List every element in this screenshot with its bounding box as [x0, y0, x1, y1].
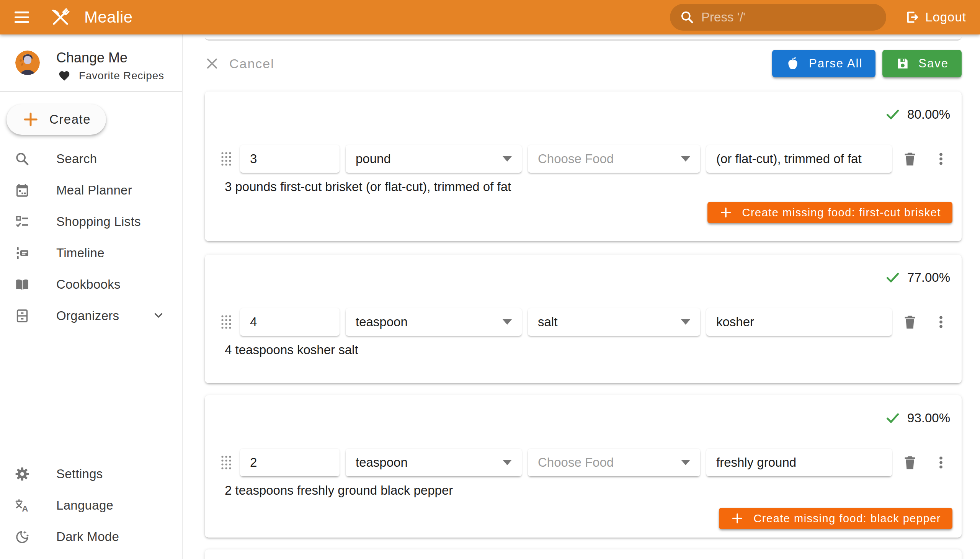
- quantity-field[interactable]: [240, 308, 340, 336]
- sidebar-item-label: Organizers: [56, 309, 119, 323]
- create-missing-food-button[interactable]: Create missing food: black pepper: [719, 508, 952, 529]
- sidebar: Change Me Favorite Recipes Create Search: [0, 35, 183, 559]
- confidence-indicator: 93.00%: [884, 410, 950, 427]
- avatar[interactable]: [15, 51, 40, 75]
- food-value: salt: [538, 315, 557, 329]
- hamburger-menu-icon[interactable]: [15, 7, 36, 28]
- dropdown-arrow-icon: [681, 319, 690, 325]
- quantity-field[interactable]: [240, 449, 340, 476]
- create-missing-food-label: Create missing food: first-cut brisket: [742, 207, 941, 219]
- kebab-icon: [933, 151, 949, 167]
- calendar-icon: [14, 182, 30, 198]
- delete-button[interactable]: [901, 454, 919, 471]
- note-input[interactable]: [716, 315, 882, 329]
- book-icon: [14, 276, 30, 293]
- unit-select[interactable]: pound: [346, 145, 522, 173]
- cancel-label: Cancel: [229, 56, 274, 71]
- confidence-indicator: 80.00%: [884, 106, 950, 123]
- favorite-recipes-link[interactable]: Favorite Recipes: [58, 70, 164, 82]
- quantity-input[interactable]: [250, 455, 330, 470]
- translate-icon: A: [14, 497, 30, 513]
- gear-icon: [14, 466, 30, 482]
- note-field[interactable]: [706, 145, 892, 173]
- parse-all-button[interactable]: Parse All: [772, 50, 876, 77]
- close-icon: [205, 56, 219, 71]
- kebab-icon: [933, 314, 949, 330]
- dropdown-arrow-icon: [502, 319, 512, 325]
- checklist-icon: [14, 213, 30, 230]
- scrolled-card-edge: [205, 35, 962, 41]
- sidebar-item-label: Timeline: [56, 246, 104, 260]
- ingredient-card: 93.00% teaspoon Choose Food: [205, 395, 962, 538]
- quantity-input[interactable]: [250, 152, 330, 166]
- delete-button[interactable]: [901, 150, 919, 168]
- chevron-down-icon[interactable]: [152, 309, 165, 323]
- svg-text:A: A: [22, 504, 28, 513]
- search-bar[interactable]: [670, 4, 886, 31]
- sidebar-menu: Search Meal Planner: [0, 143, 182, 332]
- sidebar-item-label: Dark Mode: [56, 529, 119, 544]
- sidebar-item-cookbooks[interactable]: Cookbooks: [0, 269, 182, 300]
- favorite-recipes-label: Favorite Recipes: [79, 70, 164, 82]
- ingredient-fields-row: teaspoon salt: [218, 308, 952, 336]
- more-options-button[interactable]: [933, 151, 949, 167]
- sidebar-item-timeline[interactable]: Timeline: [0, 237, 182, 269]
- sidebar-item-search[interactable]: Search: [0, 143, 182, 175]
- note-input[interactable]: [716, 152, 882, 166]
- sidebar-item-organizers[interactable]: Organizers: [0, 300, 182, 332]
- app-logo-fork-knife-icon: [47, 3, 74, 31]
- note-input[interactable]: [716, 455, 882, 470]
- dropdown-arrow-icon: [502, 460, 512, 465]
- dropdown-arrow-icon: [502, 156, 512, 162]
- unit-select[interactable]: teaspoon: [346, 449, 522, 476]
- create-missing-food-button[interactable]: Create missing food: first-cut brisket: [707, 202, 952, 223]
- trash-icon: [901, 454, 919, 471]
- more-options-button[interactable]: [933, 455, 949, 470]
- food-placeholder: Choose Food: [538, 152, 614, 166]
- sidebar-footer-menu: Settings A Language Dark Mode: [0, 458, 182, 552]
- unit-select[interactable]: teaspoon: [346, 308, 522, 336]
- check-icon: [884, 269, 901, 286]
- app-header: Mealie Logout: [0, 0, 980, 35]
- sidebar-item-language[interactable]: A Language: [0, 490, 182, 521]
- save-label: Save: [918, 57, 949, 70]
- save-button[interactable]: Save: [882, 50, 962, 77]
- ingredient-card: 77.00% teaspoon salt: [205, 255, 962, 383]
- sidebar-item-label: Shopping Lists: [56, 214, 141, 229]
- create-button[interactable]: Create: [7, 104, 106, 135]
- create-missing-food-label: Create missing food: black pepper: [754, 512, 941, 525]
- food-select[interactable]: Choose Food: [528, 449, 700, 476]
- logout-button[interactable]: Logout: [904, 10, 966, 25]
- main-content: Cancel Parse All Save: [183, 35, 980, 559]
- ingredient-fields-row: pound Choose Food: [218, 145, 952, 173]
- sidebar-item-settings[interactable]: Settings: [0, 458, 182, 490]
- quantity-field[interactable]: [240, 145, 340, 173]
- parse-all-label: Parse All: [809, 57, 863, 70]
- plus-icon: [719, 206, 733, 219]
- unit-value: pound: [355, 152, 391, 166]
- sidebar-item-shopping-lists[interactable]: Shopping Lists: [0, 206, 182, 237]
- cancel-button[interactable]: Cancel: [205, 56, 274, 71]
- moon-icon: [14, 529, 30, 545]
- drag-handle-icon[interactable]: [218, 151, 234, 167]
- food-select[interactable]: Choose Food: [528, 145, 700, 173]
- confidence-value: 93.00%: [907, 411, 950, 425]
- food-select[interactable]: salt: [528, 308, 700, 336]
- original-ingredient-text: 3 pounds first-cut brisket (or flat-cut)…: [225, 180, 511, 194]
- quantity-input[interactable]: [250, 315, 330, 329]
- food-placeholder: Choose Food: [538, 455, 614, 470]
- more-options-button[interactable]: [933, 314, 949, 330]
- sidebar-item-meal-planner[interactable]: Meal Planner: [0, 175, 182, 206]
- note-field[interactable]: [706, 308, 892, 336]
- drag-handle-icon[interactable]: [218, 455, 234, 471]
- search-input[interactable]: [701, 10, 876, 25]
- save-icon: [896, 56, 910, 71]
- sidebar-item-dark-mode[interactable]: Dark Mode: [0, 521, 182, 552]
- note-field[interactable]: [706, 449, 892, 476]
- delete-button[interactable]: [901, 313, 919, 331]
- dropdown-arrow-icon: [681, 156, 690, 162]
- confidence-value: 77.00%: [907, 270, 950, 285]
- ingredient-fields-row: teaspoon Choose Food: [218, 449, 952, 476]
- drag-handle-icon[interactable]: [218, 314, 234, 330]
- original-ingredient-text: 2 teaspoons freshly ground black pepper: [225, 483, 453, 498]
